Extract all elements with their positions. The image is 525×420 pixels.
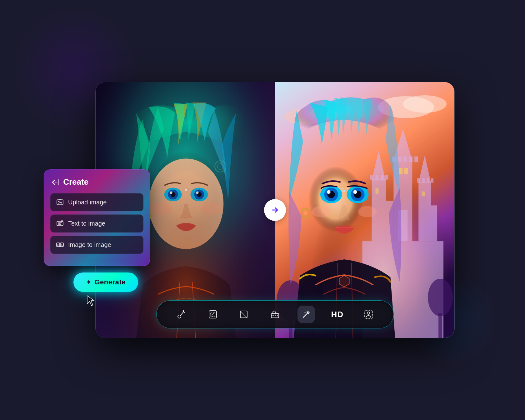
back-button[interactable]: |	[50, 178, 59, 186]
create-panel: | Create Upload image Te	[44, 169, 150, 266]
svg-point-77	[304, 211, 308, 215]
generate-label: Generate	[95, 278, 126, 286]
upload-image-label: Upload image	[68, 199, 107, 206]
hd-label: HD	[331, 310, 344, 319]
svg-rect-42	[418, 182, 431, 241]
person-outline-icon	[364, 310, 373, 319]
upload-image-item[interactable]: Upload image	[50, 193, 143, 211]
svg-rect-34	[414, 157, 418, 162]
svg-point-90	[367, 312, 370, 314]
generate-star-icon: ✦	[86, 278, 92, 286]
create-panel-inner: | Create Upload image Te	[50, 177, 143, 254]
svg-point-75	[342, 188, 343, 189]
image-to-image-label: Image to image	[68, 241, 111, 248]
toolbar-magic-button[interactable]	[298, 306, 315, 323]
erase-icon	[270, 310, 280, 319]
svg-rect-61	[438, 313, 442, 338]
generate-button-container: ✦ Generate	[73, 272, 138, 311]
paint-brush-icon	[177, 310, 186, 319]
svg-point-62	[305, 157, 383, 251]
text-to-image-label: Text to image	[68, 220, 105, 227]
svg-rect-44	[417, 178, 420, 182]
panel-title: Create	[63, 177, 88, 187]
toolbar-erase-button[interactable]	[266, 306, 284, 323]
svg-point-71	[312, 206, 331, 217]
svg-marker-80	[339, 276, 349, 287]
svg-rect-49	[431, 205, 437, 241]
toolbar-crop-button[interactable]	[235, 306, 252, 323]
toolbar-person-button[interactable]	[360, 306, 377, 323]
right-scene-svg	[275, 82, 454, 338]
svg-rect-41	[385, 175, 388, 179]
toolbar-hd-button[interactable]: HD	[328, 306, 346, 323]
svg-rect-45	[422, 178, 425, 182]
generate-button[interactable]: ✦ Generate	[73, 272, 138, 292]
bottom-toolbar: HD	[156, 300, 394, 328]
svg-point-82	[182, 310, 184, 312]
image-image-icon	[56, 241, 64, 248]
svg-point-93	[58, 201, 59, 202]
image-to-image-item[interactable]: Image to image	[50, 236, 143, 254]
toolbar-paint-button[interactable]	[173, 306, 190, 323]
arrow-right-icon	[271, 206, 279, 214]
right-image-panel	[275, 82, 454, 338]
svg-rect-46	[427, 178, 429, 182]
text-image-icon	[56, 220, 64, 227]
svg-rect-54	[422, 191, 425, 196]
svg-point-74	[347, 188, 348, 189]
upload-image-icon	[56, 198, 64, 206]
panel-header: | Create	[50, 177, 143, 187]
svg-point-97	[57, 244, 58, 244]
svg-rect-47	[431, 178, 433, 182]
svg-rect-52	[404, 168, 408, 174]
text-to-image-item[interactable]: Text to image	[50, 214, 143, 232]
svg-point-26	[403, 95, 447, 113]
inpaint-icon	[208, 310, 218, 319]
magic-wand-icon	[302, 310, 311, 319]
svg-line-86	[240, 311, 247, 318]
main-container: N	[44, 38, 481, 382]
svg-point-60	[428, 279, 453, 316]
svg-point-98	[61, 244, 62, 244]
split-view-arrow[interactable]	[264, 199, 286, 221]
back-arrow-icon	[50, 179, 57, 186]
svg-point-73	[343, 190, 345, 192]
toolbar-inpaint-button[interactable]	[204, 306, 222, 323]
svg-point-70	[353, 190, 357, 194]
svg-rect-51	[399, 168, 402, 174]
cursor-icon	[86, 295, 96, 307]
svg-point-72	[358, 206, 377, 217]
crop-icon	[239, 310, 248, 319]
svg-point-69	[327, 190, 331, 194]
svg-rect-40	[381, 175, 384, 179]
